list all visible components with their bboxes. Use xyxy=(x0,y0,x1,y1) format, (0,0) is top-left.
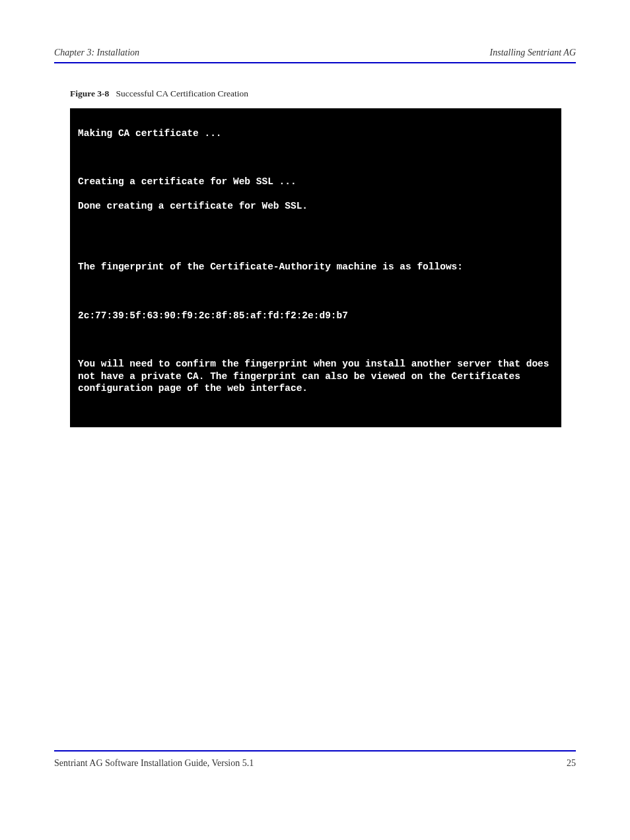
terminal-line-1: Making CA certificate ... xyxy=(78,127,553,140)
footer-doc-title: Sentriant AG Software Installation Guide… xyxy=(54,758,254,769)
header-section: Installing Sentriant AG xyxy=(490,48,576,58)
terminal-line-5: 2c:77:39:5f:63:90:f9:2c:8f:85:af:fd:f2:2… xyxy=(78,310,553,322)
terminal-line-2: Creating a certificate for Web SSL ... xyxy=(78,176,553,188)
figure-label: Figure 3-8 xyxy=(70,88,109,98)
figure-caption: Figure 3-8 Successful CA Certification C… xyxy=(70,88,576,99)
figure-title-text: Successful CA Certification Creation xyxy=(116,88,249,98)
terminal-blank-large xyxy=(78,225,553,248)
terminal-line-4: The fingerprint of the Certificate-Autho… xyxy=(78,261,553,273)
terminal-line-3: Done creating a certificate for Web SSL. xyxy=(78,200,553,213)
page-footer: Sentriant AG Software Installation Guide… xyxy=(54,750,576,769)
page-header: Chapter 3: Installation Installing Sentr… xyxy=(54,45,576,63)
terminal-output: Making CA certificate ... Creating a cer… xyxy=(70,108,561,427)
header-chapter: Chapter 3: Installation xyxy=(54,48,139,58)
figure-title xyxy=(112,88,116,98)
terminal-blank xyxy=(78,152,553,164)
footer-page-number: 25 xyxy=(567,758,576,769)
terminal-line-6: You will need to confirm the fingerprint… xyxy=(78,358,553,395)
terminal-blank-2 xyxy=(78,285,553,297)
terminal-blank-3 xyxy=(78,334,553,346)
